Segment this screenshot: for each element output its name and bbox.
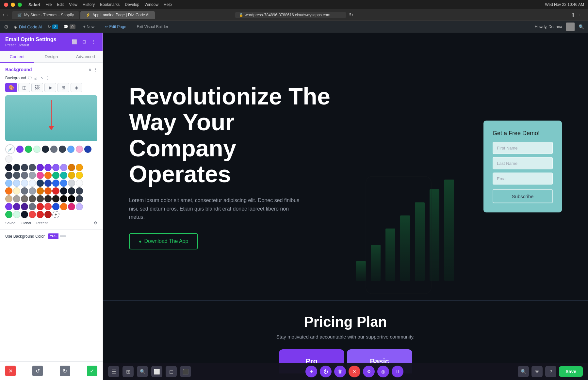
dab-power-btn[interactable]: ⏻ xyxy=(320,366,332,377)
swatch-mid-gray[interactable] xyxy=(21,187,28,195)
tab-shopify[interactable]: 🛒 My Store - Themes - Shopify xyxy=(12,11,79,19)
comments-btn[interactable]: 💬 0 xyxy=(63,24,75,29)
user-avatar[interactable] xyxy=(566,23,575,31)
swatch-stone[interactable] xyxy=(13,195,20,202)
bg-cursor-icon[interactable]: ↖ xyxy=(41,76,44,80)
revisions-btn[interactable]: ↻ 2 xyxy=(48,24,58,29)
swatch-white[interactable] xyxy=(5,155,12,163)
swatch-yellow[interactable] xyxy=(68,172,75,179)
recent-tab[interactable]: Recent xyxy=(36,221,48,225)
swatch-dark4[interactable] xyxy=(21,164,28,171)
mac-minimize-dot[interactable] xyxy=(11,3,15,7)
swatch-light-gray[interactable] xyxy=(29,187,36,195)
section-collapse-icon[interactable]: ∧ xyxy=(89,67,91,72)
swatch-blue6[interactable] xyxy=(52,180,59,187)
swatch-red2[interactable] xyxy=(37,203,44,210)
add-swatch-btn[interactable]: + xyxy=(52,211,59,218)
swatch-mint[interactable] xyxy=(13,211,20,218)
swatch-dark-brown2[interactable] xyxy=(52,195,59,202)
panel-close-btn[interactable]: ✕ xyxy=(5,366,16,376)
last-name-input[interactable] xyxy=(493,157,553,169)
swatch-amber2[interactable] xyxy=(37,187,44,195)
section-more-icon[interactable]: ⋮ xyxy=(93,67,97,72)
bg-responsive-icon[interactable]: ◱ xyxy=(34,76,37,80)
subscribe-btn[interactable]: Subscribe xyxy=(493,189,553,203)
dab-trash-btn[interactable]: 🗑 xyxy=(334,366,346,377)
bg-info-icon[interactable]: ⓘ xyxy=(28,75,32,80)
swatch-dark5[interactable] xyxy=(5,172,12,179)
swatch-black1[interactable] xyxy=(5,164,12,171)
browser-back-btn[interactable]: ‹ xyxy=(3,12,4,17)
edit-page-btn[interactable]: ✏ Edit Page xyxy=(102,23,129,30)
swatch-gray5[interactable] xyxy=(29,172,36,179)
swatch-pink2[interactable] xyxy=(37,172,44,179)
swatch-purple4[interactable] xyxy=(52,164,59,171)
dab-pause-btn[interactable]: ⏸ xyxy=(392,366,403,377)
dab-help-btn[interactable]: ? xyxy=(545,366,556,377)
swatch-violet3[interactable] xyxy=(21,203,28,210)
swatch-gray3[interactable] xyxy=(13,172,20,179)
first-name-input[interactable] xyxy=(493,142,553,154)
mac-view-menu[interactable]: View xyxy=(69,2,77,7)
swatch-dark3[interactable] xyxy=(13,164,20,171)
swatch-red5[interactable] xyxy=(37,211,44,218)
swatch-near-white[interactable] xyxy=(76,180,83,187)
panel-save-btn[interactable]: ✓ xyxy=(87,366,97,376)
bg-type-mask[interactable]: ◈ xyxy=(71,83,82,92)
swatch-purple3[interactable] xyxy=(44,164,52,171)
dab-target-btn[interactable]: ◎ xyxy=(377,366,389,377)
swatch-emerald[interactable] xyxy=(52,172,59,179)
email-input[interactable] xyxy=(493,173,553,185)
bg-type-flat[interactable]: 🎨 xyxy=(5,83,17,92)
bg-type-video[interactable]: ▶ xyxy=(44,83,56,92)
divi-code-ai-link[interactable]: ◈ Divi Code AI xyxy=(14,24,42,29)
panel-undo-btn[interactable]: ↺ xyxy=(32,366,43,376)
bg-type-image[interactable]: 🖼 xyxy=(31,83,43,92)
swatch-yellow2[interactable] xyxy=(76,172,83,179)
search-icon[interactable]: 🔍 xyxy=(579,24,584,29)
saved-tab[interactable]: Saved xyxy=(5,221,15,225)
swatch-gray[interactable] xyxy=(50,146,57,153)
exit-visual-builder-btn[interactable]: Exit Visual Builder xyxy=(134,23,171,30)
swatch-orange2[interactable] xyxy=(44,172,52,179)
swatch-navy2[interactable] xyxy=(44,180,52,187)
swatch-cream[interactable] xyxy=(13,187,20,195)
swatch-red3[interactable] xyxy=(44,203,52,210)
mac-edit-menu[interactable]: Edit xyxy=(57,2,64,7)
bg-type-gradient[interactable]: ◫ xyxy=(18,83,30,92)
swatch-red6[interactable] xyxy=(44,211,52,218)
address-bar[interactable]: 🔒 wordpress-784896-3788616.cloudwaysapps… xyxy=(235,12,346,18)
swatch-dark6[interactable] xyxy=(68,187,75,195)
swatch-orange[interactable] xyxy=(68,164,75,171)
swatch-blue[interactable] xyxy=(67,146,74,153)
swatch-red[interactable] xyxy=(52,187,59,195)
swatch-purple5[interactable] xyxy=(60,164,67,171)
new-btn[interactable]: + New xyxy=(81,23,97,30)
swatch-orange4[interactable] xyxy=(44,187,52,195)
mac-window-menu[interactable]: Window xyxy=(144,2,158,7)
dab-close-btn[interactable]: ✕ xyxy=(349,366,360,377)
swatch-near-black[interactable] xyxy=(60,195,67,202)
save-button[interactable]: Save xyxy=(559,366,583,377)
dab-tablet-btn[interactable]: ◻ xyxy=(166,366,177,377)
dab-zoom-btn[interactable]: 🔍 xyxy=(518,366,529,377)
dab-preview-btn[interactable]: 👁 xyxy=(531,366,543,377)
global-tab[interactable]: Global xyxy=(21,221,31,225)
tab-content[interactable]: Content xyxy=(0,51,34,63)
dab-settings-btn[interactable]: ⚙ xyxy=(363,366,375,377)
swatch-dark1[interactable] xyxy=(42,146,49,153)
swatch-black4[interactable] xyxy=(21,211,28,218)
tab-advanced[interactable]: Advanced xyxy=(68,51,103,63)
swatch-dark2[interactable] xyxy=(59,146,66,153)
swatch-blue7[interactable] xyxy=(60,180,67,187)
swatch-stone3[interactable] xyxy=(29,195,36,202)
mac-maximize-dot[interactable] xyxy=(18,3,22,7)
dab-add-btn[interactable]: + xyxy=(305,366,317,377)
swatch-gray2[interactable] xyxy=(29,164,36,171)
swatch-dark7[interactable] xyxy=(76,187,83,195)
swatch-teal[interactable] xyxy=(60,172,67,179)
swatch-stone2[interactable] xyxy=(21,195,28,202)
swatch-violet[interactable] xyxy=(5,203,12,210)
mac-close-dot[interactable] xyxy=(4,3,8,7)
panel-columns-icon[interactable]: ⊟ xyxy=(81,38,88,46)
